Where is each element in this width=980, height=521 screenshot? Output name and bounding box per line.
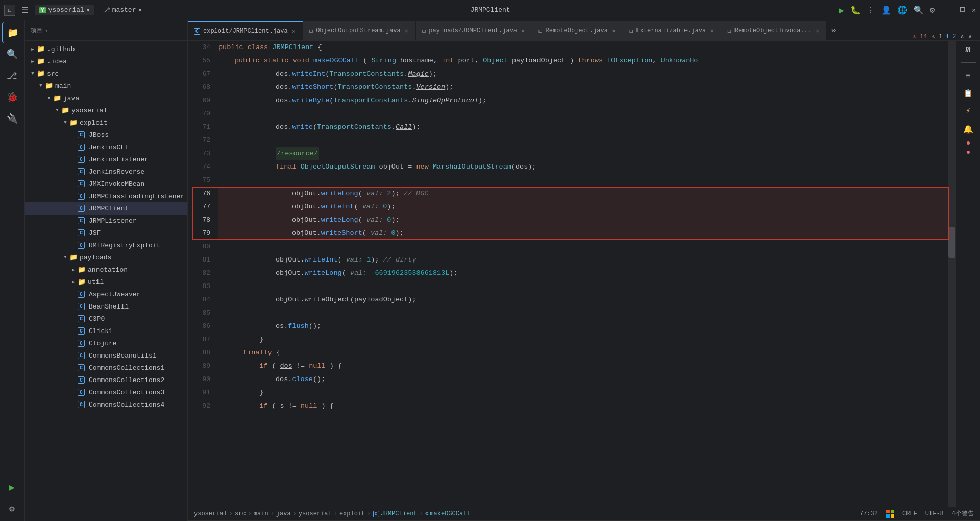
tree-item-jrmpclassloading[interactable]: ▶ C JRMPClassLoadingListener [24, 190, 187, 202]
tab-objectoutputstream[interactable]: ◻ ObjectOutputStream.java ✕ [303, 21, 416, 40]
tree-item-jenkinscli[interactable]: ▶ C JenkinsCLI [24, 141, 187, 153]
tree-arrow: ▼ [45, 94, 53, 102]
tree-item-commonscol3[interactable]: ▶ C CommonsCollections3 [24, 386, 187, 398]
tree-item-github[interactable]: ▶ 📁 .github [24, 43, 187, 55]
code-line-81: objOut.writeInt( val: 1); // dirty [218, 253, 948, 267]
tab-remoteobject[interactable]: ◻ RemoteObject.java ✕ [532, 21, 623, 40]
tab-close-button[interactable]: ✕ [709, 27, 715, 35]
breadcrumb-ysoserial2[interactable]: ysoserial [299, 510, 332, 517]
tab-close-button[interactable]: ✕ [291, 28, 297, 35]
tree-item-jrmplistener[interactable]: ▶ C JRMPListener [24, 215, 187, 227]
gutter-divider [961, 62, 976, 63]
gutter-panel-icon[interactable]: 📋 [962, 87, 974, 100]
ms-icon [886, 510, 894, 518]
tree-item-exploit[interactable]: ▼ 📁 exploit [24, 116, 187, 129]
code-editor[interactable]: public class JRMPClient { public static … [214, 41, 948, 507]
tab-label: RemoteObjectInvoca... [734, 27, 812, 34]
tree-item-beanshell[interactable]: ▶ C BeanShell1 [24, 300, 187, 313]
code-line-74: final ObjectOutputStream objOut = new Ma… [218, 160, 948, 174]
tab-remoteobjectinvoca[interactable]: ◻ RemoteObjectInvoca... ✕ [721, 21, 827, 40]
tree-item-clojure[interactable]: ▶ C Clojure [24, 337, 187, 349]
activity-plugins[interactable]: 🔌 [2, 108, 22, 129]
encoding-indicator[interactable]: UTF-8 [925, 510, 944, 517]
crlf-indicator[interactable]: CRLF [902, 510, 917, 517]
tree-item-java[interactable]: ▼ 📁 java [24, 92, 187, 104]
tree-label: .github [47, 45, 75, 53]
tab-close-button[interactable]: ✕ [611, 27, 617, 35]
breadcrumb-ysoserial[interactable]: ysoserial [194, 510, 227, 517]
tree-label: JenkinsReverse [89, 168, 144, 176]
chevron-up-icon[interactable]: ∧ [961, 33, 964, 40]
close-button[interactable]: ✕ [972, 6, 976, 14]
folder-icon: 📁 [78, 278, 86, 286]
tree-item-annotation[interactable]: ▶ 📁 annotation [24, 264, 187, 276]
tree-item-commonscol4[interactable]: ▶ C CommonsCollections4 [24, 398, 187, 411]
tree-item-jmxinvoke[interactable]: ▶ C JMXInvokeMBean [24, 178, 187, 190]
code-line-75 [218, 174, 948, 187]
activity-files[interactable]: 📁 [2, 22, 22, 43]
search-icon[interactable]: 🔍 [914, 5, 924, 15]
tree-label: C3P0 [89, 315, 105, 323]
tree-item-click1[interactable]: ▶ C Click1 [24, 325, 187, 337]
hamburger-menu[interactable]: ☰ [19, 3, 31, 17]
breadcrumb-java[interactable]: java [276, 510, 291, 517]
tree-item-rmiregistry[interactable]: ▶ C RMIRegistryExploit [24, 239, 187, 251]
tree-item-main[interactable]: ▼ 📁 main [24, 80, 187, 92]
tree-item-commonsbeanutils[interactable]: ▶ C CommonsBeanutils1 [24, 349, 187, 362]
more-button[interactable]: ⋮ [867, 5, 875, 15]
warning-badge: ⚠ 1 [931, 33, 942, 40]
vertical-scrollbar[interactable] [948, 41, 955, 507]
tree-item-ysoserial[interactable]: ▼ 📁 ysoserial [24, 104, 187, 116]
gutter-bell-icon[interactable]: 🔔 [961, 122, 975, 136]
tree-item-util[interactable]: ▶ 📁 util [24, 276, 187, 288]
tree-item-commonscol1[interactable]: ▶ C CommonsCollections1 [24, 362, 187, 374]
maximize-button[interactable]: ⧠ [959, 6, 966, 14]
tab-close-button[interactable]: ✕ [815, 27, 820, 35]
tab-close-button[interactable]: ✕ [404, 27, 409, 35]
breadcrumb-main[interactable]: main [254, 510, 268, 517]
breadcrumb-exploit[interactable]: exploit [339, 510, 365, 517]
tree-label: JRMPClassLoadingListener [89, 193, 184, 200]
gutter-list-icon[interactable]: ≡ [964, 69, 973, 83]
minimize-button[interactable]: — [949, 6, 953, 14]
activity-vcs[interactable]: ⎇ [2, 65, 22, 86]
tree-arrow: ▶ [69, 278, 78, 286]
branch-selector[interactable]: ⎇ master ▾ [103, 6, 142, 14]
project-selector[interactable]: Y ysoserial ▾ [35, 5, 94, 15]
breadcrumb-makedgccall[interactable]: ⚙makeDGCCall [425, 510, 471, 517]
tab-jrmpclient[interactable]: C exploit/JRMPClient.java ✕ [188, 21, 303, 40]
tab-close-button[interactable]: ✕ [520, 27, 526, 35]
tree-label: CommonsBeanutils1 [89, 352, 157, 360]
tree-item-payloads[interactable]: ▼ 📁 payloads [24, 251, 187, 264]
tree-item-idea[interactable]: ▶ 📁 .idea [24, 55, 187, 67]
scrollbar-thumb[interactable] [948, 227, 955, 258]
run-button[interactable]: ▶ [839, 5, 844, 16]
tree-item-jrmpclient[interactable]: ▶ C JRMPClient [24, 202, 187, 215]
tree-item-aspectjweaver[interactable]: ▶ C AspectJWeaver [24, 288, 187, 300]
tree-item-jsf[interactable]: ▶ C JSF [24, 227, 187, 239]
tree-item-src[interactable]: ▼ 📁 src [24, 67, 187, 80]
chevron-down-icon[interactable]: ∨ [968, 33, 972, 40]
breadcrumb-jrmpclient[interactable]: CJRMPClient [373, 510, 418, 517]
tab-overflow-button[interactable]: » [827, 26, 840, 35]
activity-run[interactable]: ▶ [2, 477, 22, 498]
tree-item-c3p0[interactable]: ▶ C C3P0 [24, 313, 187, 325]
gutter-lightning-icon[interactable]: ⚡ [964, 104, 973, 118]
breadcrumb-src[interactable]: src [235, 510, 246, 517]
tree-item-commonscol2[interactable]: ▶ C CommonsCollections2 [24, 374, 187, 386]
tree-item-jenkinslistener[interactable]: ▶ C JenkinsListener [24, 153, 187, 165]
tree-item-jboss[interactable]: ▶ C JBoss [24, 129, 187, 141]
user-icon[interactable]: 👤 [881, 5, 891, 15]
error-badge: ⚠ 14 [913, 33, 927, 40]
tab-externalizable[interactable]: ◻ Externalizable.java ✕ [623, 21, 721, 40]
sidebar-expand-icon[interactable]: ▾ [45, 27, 49, 34]
tab-payloadsjrmpclient[interactable]: ◻ payloads/JRMPClient.java ✕ [416, 21, 532, 40]
activity-search[interactable]: 🔍 [2, 44, 22, 64]
debug-button[interactable]: 🐛 [850, 5, 861, 15]
activity-settings[interactable]: ⚙ [2, 499, 22, 519]
settings-icon[interactable]: ⚙ [930, 5, 935, 15]
tree-item-jenkinsreverse[interactable]: ▶ C JenkinsReverse [24, 165, 187, 178]
activity-debug[interactable]: 🐞 [2, 87, 22, 107]
activity-bar: 📁 🔍 ⎇ 🐞 🔌 ▶ ⚙ [0, 20, 24, 521]
translate-icon[interactable]: 🌐 [897, 5, 908, 15]
